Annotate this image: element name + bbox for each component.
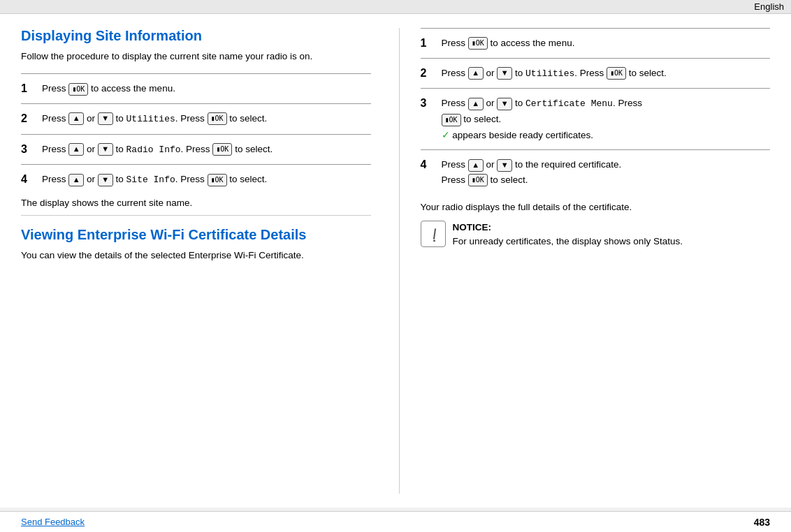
step-content: Press ▲ or ▼ to Radio Info. Press ▮OK to… [42, 142, 273, 158]
arrow-down-icon: ▼ [98, 112, 113, 125]
step-number: 4 [21, 172, 35, 186]
step-content: Press ▲ or ▼ to Utilities. Press ▮OK to … [442, 66, 667, 82]
notice-label: NOTICE: [453, 222, 492, 232]
step-content: Press ▮OK to access the menu. [42, 81, 175, 96]
language-label: English [754, 1, 784, 12]
ok-button-icon: ▮OK [442, 114, 461, 126]
arrow-down-icon: ▼ [497, 159, 512, 172]
notice-icon [421, 221, 446, 247]
ok-button-icon: ▮OK [208, 174, 227, 186]
section2-intro: You can view the details of the selected… [21, 249, 371, 263]
step-content: Press ▲ or ▼ to the required certificate… [442, 157, 622, 187]
ok-button-icon: ▮OK [468, 174, 488, 186]
step-content: Press ▲ or ▼ to Certificate Menu. Press … [442, 96, 642, 142]
section1-heading: Displaying Site Information [21, 28, 371, 44]
arrow-down-icon: ▼ [497, 67, 512, 80]
section1-intro: Follow the procedure to display the curr… [21, 50, 371, 64]
arrow-up-icon: ▲ [468, 98, 484, 110]
right-step-1: 1 Press ▮OK to access the menu. [421, 28, 771, 58]
top-bar: English [0, 0, 791, 14]
right-column: 1 Press ▮OK to access the menu. 2 Press … [399, 28, 771, 494]
left-step-2: 2 Press ▲ or ▼ to Utilities. Press ▮OK t… [21, 103, 371, 134]
arrow-up-icon: ▲ [68, 143, 84, 156]
section1-closing: The display shows the current site name. [21, 198, 371, 216]
step-content: Press ▮OK to access the menu. [442, 36, 575, 51]
notice-block: NOTICE: For unready certificates, the di… [421, 221, 771, 249]
right-step-4: 4 Press ▲ or ▼ to the required certifica… [421, 149, 771, 194]
notice-text: For unready certificates, the display sh… [453, 236, 683, 246]
arrow-down-icon: ▼ [98, 174, 113, 186]
step-number: 4 [421, 157, 435, 171]
svg-point-0 [433, 239, 435, 242]
notice-content: NOTICE: For unready certificates, the di… [453, 221, 683, 249]
checkmark-icon: ✓ [442, 129, 450, 140]
section2-heading: Viewing Enterprise Wi-Fi Certificate Det… [21, 227, 371, 243]
arrow-up-icon: ▲ [468, 159, 484, 172]
right-closing: Your radio displays the full details of … [421, 202, 771, 212]
arrow-down-icon: ▼ [497, 98, 512, 110]
ok-button-icon: ▮OK [68, 83, 88, 96]
step-number: 3 [21, 142, 35, 156]
left-step-3: 3 Press ▲ or ▼ to Radio Info. Press ▮OK … [21, 134, 371, 165]
left-column: Displaying Site Information Follow the p… [21, 28, 371, 494]
ok-button-icon: ▮OK [212, 143, 232, 156]
step-number: 2 [21, 111, 35, 125]
arrow-up-icon: ▲ [468, 67, 484, 80]
arrow-up-icon: ▲ [68, 112, 84, 125]
ok-button-icon: ▮OK [468, 37, 488, 50]
step-content: Press ▲ or ▼ to Site Info. Press ▮OK to … [42, 172, 267, 188]
right-step-2: 2 Press ▲ or ▼ to Utilities. Press ▮OK t… [421, 58, 771, 89]
left-step-1: 1 Press ▮OK to access the menu. [21, 73, 371, 103]
step-number: 3 [421, 96, 435, 110]
step-content: Press ▲ or ▼ to Utilities. Press ▮OK to … [42, 111, 267, 127]
ok-button-icon: ▮OK [607, 67, 626, 80]
right-step-3: 3 Press ▲ or ▼ to Certificate Menu. Pres… [421, 88, 771, 149]
page-number: 483 [754, 517, 770, 528]
ok-button-icon: ▮OK [208, 112, 227, 125]
left-step-4: 4 Press ▲ or ▼ to Site Info. Press ▮OK t… [21, 164, 371, 195]
send-feedback-link[interactable]: Send Feedback [21, 517, 85, 527]
step-number: 1 [21, 81, 35, 95]
footer: Send Feedback 483 [0, 511, 791, 532]
arrow-up-icon: ▲ [68, 174, 84, 186]
step-number: 1 [421, 36, 435, 50]
step-number: 2 [421, 66, 435, 80]
arrow-down-icon: ▼ [98, 143, 113, 156]
